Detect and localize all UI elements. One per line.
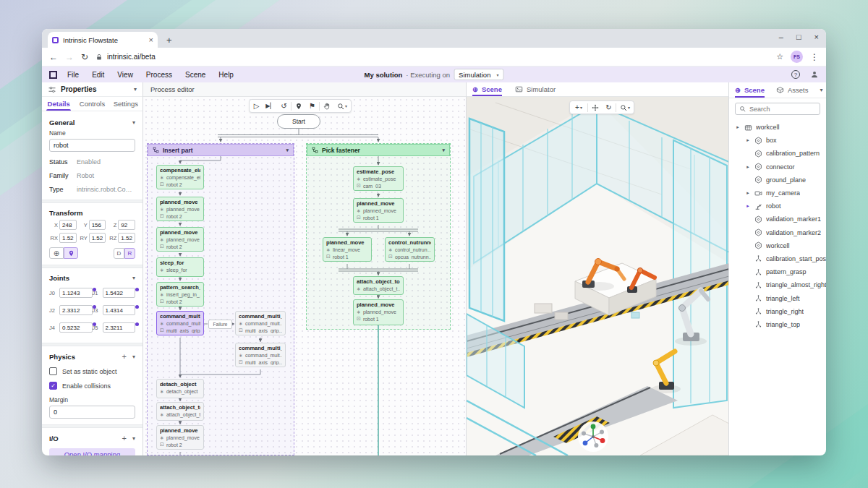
flow-node-planned-move[interactable]: planned_move ∗planned_move ⊡robot 1 — [353, 198, 404, 223]
menu-scene[interactable]: Scene — [185, 71, 205, 79]
tree-item-my-camera[interactable]: ▸ my_camera — [729, 187, 826, 200]
search-input[interactable] — [749, 106, 816, 113]
world-frame-button[interactable]: ⊕ — [49, 247, 64, 259]
scene-3d-canvas[interactable]: +▾ ↻ ▾ — [467, 97, 728, 455]
chevron-right-icon[interactable]: ▸ — [745, 137, 751, 143]
menu-help[interactable]: Help — [218, 71, 234, 79]
enable-collisions-checkbox[interactable]: ✓ — [49, 382, 57, 390]
tree-item-triangle-almost-right[interactable]: triangle_almost_right — [729, 278, 826, 291]
window-minimize-button[interactable]: – — [779, 33, 783, 41]
tab-controls[interactable]: Controls — [75, 97, 109, 111]
flow-node-command-multi-failure1[interactable]: command_multi_… ∗command_mult… ⊡multi_ax… — [235, 311, 286, 335]
tab-settings[interactable]: Settings — [109, 97, 142, 111]
tree-item-ground-plane[interactable]: ground_plane — [729, 174, 826, 187]
margin-input[interactable] — [49, 406, 135, 419]
chevron-down-icon[interactable]: ▾ — [286, 147, 289, 153]
back-button[interactable]: ← — [49, 52, 58, 62]
transform-rz-input[interactable] — [118, 233, 135, 243]
pan-tool-button[interactable] — [320, 100, 333, 112]
joint-j2-input[interactable] — [59, 305, 93, 315]
tab-close-icon[interactable]: × — [149, 35, 153, 44]
group-pick-fastener-header[interactable]: Pick fastener ▾ — [307, 144, 450, 156]
transform-x-input[interactable] — [59, 220, 77, 230]
chevron-right-icon[interactable]: ▸ — [745, 190, 751, 196]
add-object-button[interactable]: +▾ — [570, 101, 587, 114]
flow-node-attach-object[interactable]: attach_object_to… ∗attach_object_t… — [353, 276, 404, 295]
reload-button[interactable]: ↻ — [81, 52, 88, 62]
menu-process[interactable]: Process — [146, 71, 172, 79]
tree-item-connector[interactable]: ▸ connector — [729, 160, 826, 174]
tab-details[interactable]: Details — [42, 97, 75, 111]
tree-item-pattern-grasp[interactable]: pattern_grasp — [729, 265, 826, 278]
chevron-right-icon[interactable]: ▸ — [745, 203, 751, 209]
flow-node-pattern-search[interactable]: pattern_search_i… ∗insert_peg_in_… ⊡robo… — [156, 282, 204, 307]
flow-node-linear-move[interactable]: planned_move ∗linear_move ⊡robot 1 — [323, 237, 372, 262]
transform-y-input[interactable] — [89, 220, 106, 230]
flow-node-detach-object[interactable]: detach_object ∗detach_object — [156, 379, 204, 398]
process-canvas[interactable]: ▷ ▶▏ ↺ ⚑ ▾ Start Insert part ▾ — [143, 97, 466, 455]
degrees-toggle[interactable]: D — [114, 248, 124, 259]
chevron-down-icon[interactable]: ▾ — [442, 147, 445, 153]
flow-node-planned-move[interactable]: planned_move ∗planned_move ⊡robot 1 — [353, 299, 404, 325]
joint-j1-input[interactable] — [103, 288, 136, 298]
io-section-header[interactable]: I/O + ▾ — [49, 434, 135, 442]
enable-collisions-row[interactable]: ✓ Enable collisions — [49, 382, 135, 390]
zoom-tool-button[interactable]: ▾ — [616, 101, 634, 114]
add-icon[interactable]: + — [122, 352, 127, 361]
flow-node-planned-move[interactable]: planned_move ∗planned_move ⊡robot 2 — [156, 227, 204, 252]
browser-tab[interactable]: Intrinsic Flowstate × — [48, 32, 158, 48]
chevron-right-icon[interactable]: ▸ — [735, 124, 741, 130]
profile-avatar[interactable]: FS — [791, 51, 803, 63]
tree-item-triangle-right[interactable]: triangle_right — [729, 305, 826, 318]
joint-j4-input[interactable] — [59, 322, 93, 333]
forward-button[interactable]: → — [65, 52, 74, 62]
menu-view[interactable]: View — [117, 71, 133, 79]
skip-to-end-button[interactable]: ▶▏ — [263, 100, 277, 112]
chevron-down-icon[interactable]: ▾ — [820, 87, 822, 93]
environment-select[interactable]: Simulation ▾ — [454, 69, 503, 80]
add-icon[interactable]: + — [122, 434, 127, 442]
flow-node-attach-object[interactable]: attach_object_to… ∗attach_object_t… — [156, 402, 204, 421]
joint-j0-input[interactable] — [59, 288, 93, 298]
properties-header[interactable]: Properties ▾ — [42, 82, 142, 97]
window-maximize-button[interactable]: □ — [796, 33, 801, 41]
tree-item-robot[interactable]: ▸ robot — [729, 200, 826, 213]
flow-node-planned-move[interactable]: planned_move ∗planned_move ⊡robot 2 — [156, 197, 204, 221]
address-field[interactable]: intrinsic.ai/beta — [95, 53, 769, 61]
tree-item-validation-marker2[interactable]: validation_marker2 — [729, 226, 826, 239]
flow-node-sleep-for[interactable]: sleep_for ∗sleep_for — [156, 257, 204, 277]
new-tab-button[interactable]: + — [166, 35, 172, 48]
joint-j5-input[interactable] — [103, 322, 136, 333]
zoom-tool-button[interactable]: ▾ — [333, 100, 351, 112]
name-input[interactable] — [49, 139, 135, 152]
flow-node-command-multi-selected[interactable]: command_multi_… ∗command_mult… ⊡multi_ax… — [156, 311, 204, 335]
transform-ry-input[interactable] — [89, 233, 106, 243]
help-icon[interactable]: ? — [791, 70, 800, 79]
tab-assets[interactable]: Assets — [776, 82, 809, 98]
static-object-checkbox[interactable] — [49, 367, 57, 375]
pin-tool-button[interactable] — [292, 100, 305, 112]
flow-node-planned-move[interactable]: planned_move ∗planned_move ⊡robot 2 — [156, 425, 204, 450]
tab-scene[interactable]: ⊕ Scene — [472, 82, 502, 96]
tree-item-validation-marker1[interactable]: validation_marker1 — [729, 213, 826, 226]
joints-section-header[interactable]: Joints ▾ — [49, 274, 135, 282]
tab-scene-tree[interactable]: ⊕ Scene — [735, 82, 765, 98]
move-tool-button[interactable] — [588, 101, 602, 114]
joint-j3-input[interactable] — [103, 305, 136, 315]
general-section-header[interactable]: General ▾ — [49, 119, 135, 127]
play-button[interactable]: ▷ — [250, 100, 263, 112]
orbit-tool-button[interactable]: ↻ — [602, 101, 616, 114]
start-node[interactable]: Start — [277, 114, 320, 129]
flag-tool-button[interactable]: ⚑ — [305, 100, 319, 112]
tree-item-triangle-top[interactable]: triangle_top — [729, 318, 826, 331]
open-io-mapping-button[interactable]: Open I/O mapping — [49, 448, 135, 455]
flow-node-command-multi-failure2[interactable]: command_multi_… ∗command_mult… ⊡multi_ax… — [235, 343, 286, 367]
transform-z-input[interactable] — [118, 220, 135, 230]
physics-section-header[interactable]: Physics + ▾ — [49, 352, 135, 361]
static-object-row[interactable]: Set as static object — [49, 367, 135, 375]
flow-node-estimate-pose[interactable]: estimate_pose ∗estimate_pose ⊡cam_03 — [353, 166, 404, 191]
radians-toggle[interactable]: R — [124, 248, 135, 259]
flow-node-control-nutrunner[interactable]: control_nutrunne… ∗control_nutrun… ⊡opcu… — [385, 237, 435, 262]
menu-file[interactable]: File — [67, 71, 79, 79]
tree-item-box[interactable]: ▸ box — [729, 134, 826, 147]
